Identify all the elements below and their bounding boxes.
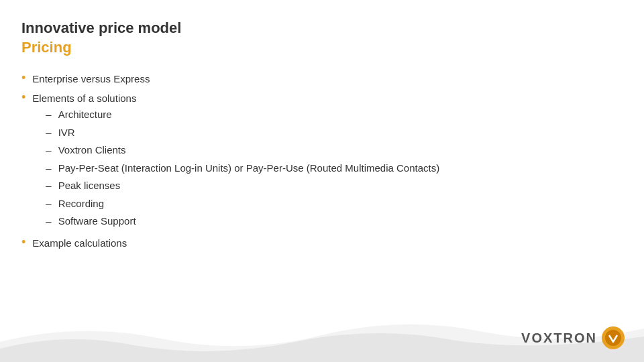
sub-dash-7: –	[46, 214, 51, 229]
sub-text-6: Recording	[58, 196, 104, 212]
bullet-2-content: Elements of a solutions –Architecture–IV…	[32, 91, 439, 232]
sub-text-7: Software Support	[58, 214, 136, 229]
slide-container: Innovative price model Pricing • Enterpr…	[0, 0, 644, 362]
bullet-text-1: Enterprise versus Express	[32, 72, 150, 87]
sub-item-3: –Voxtron Clients	[46, 143, 439, 158]
sub-text-3: Voxtron Clients	[58, 143, 126, 158]
sub-item-5: –Peak licenses	[46, 178, 439, 194]
bullet-item-1: • Enterprise versus Express	[21, 72, 623, 87]
sub-items-list: –Architecture–IVR–Voxtron Clients–Pay-Pe…	[46, 107, 439, 229]
logo-text: VOXTRON	[521, 330, 597, 346]
sub-item-7: –Software Support	[46, 214, 439, 229]
bullet-item-2: • Elements of a solutions –Architecture–…	[21, 91, 623, 232]
sub-dash-1: –	[46, 107, 51, 123]
sub-text-5: Peak licenses	[58, 178, 121, 194]
sub-item-6: –Recording	[46, 196, 439, 212]
sub-dash-5: –	[46, 178, 51, 194]
sub-dash-2: –	[46, 125, 51, 141]
bullet-dot-3: •	[21, 235, 25, 249]
sub-dash-3: –	[46, 143, 51, 158]
bullet-item-3: • Example calculations	[21, 236, 623, 251]
svg-point-1	[605, 330, 621, 346]
sub-text-4: Pay-Per-Seat (Interaction Log-in Units) …	[58, 161, 440, 176]
slide-header: Innovative price model Pricing	[0, 0, 644, 65]
sub-item-1: –Architecture	[46, 107, 439, 123]
sub-item-2: –IVR	[46, 125, 439, 141]
bullet-text-2: Elements of a solutions	[32, 93, 136, 104]
sub-text-1: Architecture	[58, 107, 112, 123]
bullet-text-3: Example calculations	[32, 236, 127, 251]
bullet-dot-2: •	[21, 90, 25, 105]
title-sub: Pricing	[21, 38, 623, 58]
bullet-dot-1: •	[21, 71, 25, 85]
sub-item-4: –Pay-Per-Seat (Interaction Log-in Units)…	[46, 161, 439, 176]
logo-icon	[601, 326, 625, 350]
sub-dash-6: –	[46, 196, 51, 212]
slide-content: • Enterprise versus Express • Elements o…	[0, 65, 644, 251]
sub-text-2: IVR	[58, 125, 75, 141]
voxtron-logo: VOXTRON	[521, 326, 625, 350]
title-main: Innovative price model	[21, 19, 623, 38]
sub-dash-4: –	[46, 161, 51, 176]
